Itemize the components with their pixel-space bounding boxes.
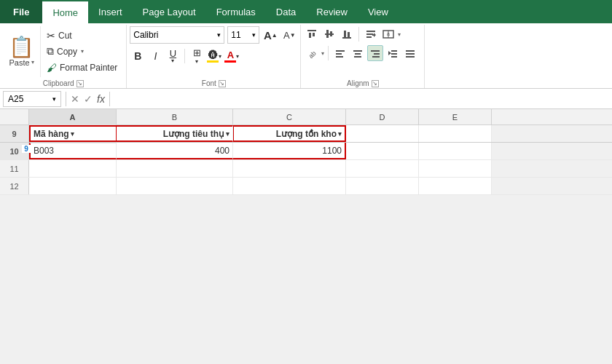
svg-rect-1 bbox=[309, 33, 311, 38]
align-middle-icon bbox=[323, 28, 335, 40]
font-color-dropdown[interactable]: ▾ bbox=[236, 53, 239, 60]
underline-button[interactable]: U ▾ bbox=[165, 48, 181, 64]
paste-dropdown-arrow[interactable]: ▾ bbox=[31, 59, 34, 66]
fill-color-button[interactable]: 🅐 ▾ bbox=[206, 48, 222, 64]
svg-rect-11 bbox=[366, 36, 372, 38]
tab-data[interactable]: Data bbox=[266, 0, 306, 23]
font-name-dropdown[interactable]: ▾ bbox=[217, 31, 221, 39]
tab-formulas[interactable]: Formulas bbox=[206, 0, 266, 23]
bold-button[interactable]: B bbox=[130, 48, 146, 64]
cell-b9[interactable]: Lượng tiêu thụ ▾ bbox=[117, 125, 233, 142]
cell-c11[interactable] bbox=[233, 160, 346, 177]
cell-d9[interactable] bbox=[346, 125, 419, 142]
cell-c9[interactable]: Lượng tồn kho ▾ bbox=[233, 125, 346, 142]
cancel-formula-icon[interactable]: ✕ bbox=[71, 93, 79, 105]
copy-label: Copy bbox=[57, 47, 77, 57]
format-painter-button[interactable]: 🖌 Format Painter bbox=[44, 60, 120, 75]
cell-b12[interactable] bbox=[117, 178, 233, 194]
alignment-expand-button[interactable]: ↘ bbox=[372, 80, 379, 87]
cell-d12[interactable] bbox=[346, 178, 419, 194]
increase-indent-button[interactable] bbox=[402, 45, 418, 61]
increase-indent-icon bbox=[404, 47, 416, 59]
paste-label: Paste bbox=[9, 58, 29, 67]
align-center-button[interactable] bbox=[350, 45, 366, 61]
cell-e9[interactable] bbox=[419, 125, 492, 142]
copy-dropdown-arrow[interactable]: ▾ bbox=[81, 48, 84, 55]
cell-d11[interactable] bbox=[346, 160, 419, 177]
cell-reference-box[interactable]: A25 ▾ bbox=[3, 91, 61, 107]
fill-color-icon: 🅐 bbox=[208, 50, 218, 60]
cell-e10[interactable] bbox=[419, 143, 492, 159]
formula-input[interactable] bbox=[114, 94, 609, 104]
merge-dropdown[interactable]: ▾ bbox=[398, 31, 401, 38]
paste-button[interactable]: 📋 Paste ▾ bbox=[3, 26, 41, 77]
cell-a10[interactable]: B003 bbox=[29, 143, 117, 159]
col-header-c[interactable]: C bbox=[233, 109, 346, 125]
cut-button[interactable]: ✂ Cut bbox=[44, 28, 120, 43]
align-right-icon bbox=[369, 47, 381, 59]
tab-view[interactable]: View bbox=[358, 0, 399, 23]
col-header-e[interactable]: E bbox=[419, 109, 492, 125]
cell-a12[interactable] bbox=[29, 178, 117, 194]
merge-cells-button[interactable]: a bbox=[380, 26, 396, 42]
align-right-button[interactable] bbox=[367, 45, 383, 61]
borders-button[interactable]: ⊞ ▾ bbox=[189, 48, 205, 64]
align-divider2 bbox=[328, 46, 329, 60]
cell-d10[interactable] bbox=[346, 143, 419, 159]
align-top-button[interactable] bbox=[304, 26, 320, 42]
cell-e11[interactable] bbox=[419, 160, 492, 177]
font-size-dropdown[interactable]: ▾ bbox=[252, 31, 256, 39]
copy-icon: ⧉ bbox=[47, 45, 54, 58]
col-header-a[interactable]: A bbox=[29, 109, 117, 125]
align-bottom-button[interactable] bbox=[339, 26, 355, 42]
cell-c10[interactable]: 1100 bbox=[233, 143, 346, 159]
wrap-text-button[interactable] bbox=[363, 26, 379, 42]
tab-file[interactable]: File bbox=[0, 0, 42, 23]
col-header-d[interactable]: D bbox=[346, 109, 419, 125]
align-middle-button[interactable] bbox=[321, 26, 337, 42]
filter-icon-a[interactable]: ▾ bbox=[71, 130, 74, 138]
text-orient-button[interactable]: ab bbox=[304, 45, 320, 61]
cell-c12[interactable] bbox=[233, 178, 346, 194]
svg-rect-16 bbox=[336, 50, 345, 52]
tab-page-layout[interactable]: Page Layout bbox=[133, 0, 206, 23]
svg-rect-0 bbox=[307, 30, 316, 31]
decrease-font-button[interactable]: A▼ bbox=[281, 27, 297, 43]
decrease-indent-icon bbox=[387, 47, 399, 59]
increase-font-button[interactable]: A▲ bbox=[262, 27, 278, 43]
svg-rect-30 bbox=[406, 53, 415, 55]
col-header-b[interactable]: B bbox=[117, 109, 233, 125]
cell-a11[interactable] bbox=[29, 160, 117, 177]
svg-rect-10 bbox=[366, 33, 373, 35]
tab-review[interactable]: Review bbox=[306, 0, 358, 23]
decrease-indent-button[interactable] bbox=[385, 45, 401, 61]
cell-b11[interactable] bbox=[117, 160, 233, 177]
orient-dropdown[interactable]: ▾ bbox=[321, 50, 324, 57]
filter-icon-b[interactable]: ▾ bbox=[226, 130, 230, 138]
font-name-select[interactable]: Calibri ▾ bbox=[130, 26, 224, 44]
font-color-button[interactable]: A ▾ bbox=[224, 48, 240, 64]
confirm-formula-icon[interactable]: ✓ bbox=[84, 93, 93, 105]
cell-ref-dropdown[interactable]: ▾ bbox=[52, 95, 56, 103]
tab-insert[interactable]: Insert bbox=[88, 0, 133, 23]
svg-rect-20 bbox=[355, 53, 361, 55]
borders-dropdown[interactable]: ▾ bbox=[195, 58, 198, 65]
fill-color-dropdown[interactable]: ▾ bbox=[219, 53, 221, 60]
table-row: 11 bbox=[0, 160, 612, 178]
cell-b10[interactable]: 400 bbox=[117, 143, 233, 159]
clipboard-group-label: Clipboard bbox=[43, 79, 74, 87]
copy-button[interactable]: ⧉ Copy ▾ bbox=[44, 44, 120, 59]
italic-button[interactable]: I bbox=[147, 48, 163, 64]
filter-icon-c[interactable]: ▾ bbox=[338, 130, 342, 138]
align-left-button[interactable] bbox=[332, 45, 348, 61]
fx-label[interactable]: fx bbox=[97, 93, 105, 105]
underline-dropdown[interactable]: ▾ bbox=[171, 58, 174, 64]
font-size-select[interactable]: 11 ▾ bbox=[227, 26, 259, 44]
clipboard-expand-button[interactable]: ↘ bbox=[76, 80, 84, 87]
cell-e12[interactable] bbox=[419, 178, 492, 194]
tab-home[interactable]: Home bbox=[42, 0, 88, 23]
cell-ref-value: A25 bbox=[8, 94, 23, 104]
font-expand-button[interactable]: ↘ bbox=[219, 80, 226, 87]
cut-icon: ✂ bbox=[47, 30, 55, 41]
cell-a9[interactable]: Mã hàng ▾ bbox=[29, 125, 117, 142]
